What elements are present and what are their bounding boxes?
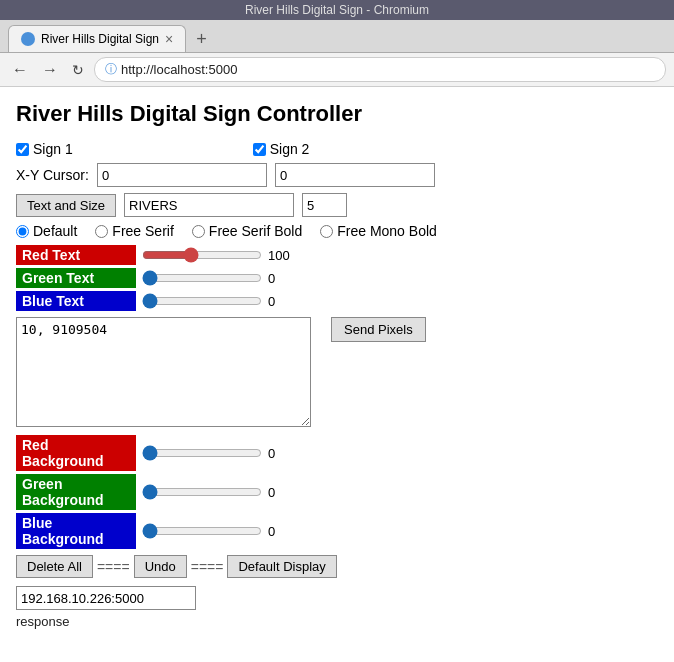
blue-text-value: 0: [268, 294, 293, 309]
default-display-button[interactable]: Default Display: [227, 555, 336, 578]
back-button[interactable]: ←: [8, 59, 32, 81]
reload-button[interactable]: ↻: [68, 60, 88, 80]
title-bar-text: River Hills Digital Sign - Chromium: [245, 3, 429, 17]
xy-cursor-row: X-Y Cursor:: [16, 163, 658, 187]
font-freeserifbold-radio[interactable]: [192, 225, 205, 238]
text-input[interactable]: [124, 193, 294, 217]
sign2-checkbox-label[interactable]: Sign 2: [253, 141, 310, 157]
xy-cursor-label: X-Y Cursor:: [16, 167, 89, 183]
url-bar[interactable]: ⓘ http://localhost:5000: [94, 57, 666, 82]
tab-title: River Hills Digital Sign: [41, 32, 159, 46]
undo-button[interactable]: Undo: [134, 555, 187, 578]
sign1-label: Sign 1: [33, 141, 73, 157]
blue-bg-label: Blue Background: [16, 513, 136, 549]
font-freeserifbold-text: Free Serif Bold: [209, 223, 302, 239]
green-bg-row: Green Background 0: [16, 474, 658, 510]
text-and-size-button[interactable]: Text and Size: [16, 194, 116, 217]
page-title: River Hills Digital Sign Controller: [16, 101, 658, 127]
color-bg-sliders: Red Background 0 Green Background 0 Blue…: [16, 435, 658, 549]
delete-all-button[interactable]: Delete All: [16, 555, 93, 578]
red-bg-row: Red Background 0: [16, 435, 658, 471]
blue-text-row: Blue Text 0: [16, 291, 658, 311]
red-bg-value: 0: [268, 446, 293, 461]
font-default-text: Default: [33, 223, 77, 239]
url-security-icon: ⓘ: [105, 61, 117, 78]
font-freemonobold-label[interactable]: Free Mono Bold: [320, 223, 437, 239]
forward-button[interactable]: →: [38, 59, 62, 81]
color-text-sliders: Red Text 100 Green Text 0 Blue Text 0: [16, 245, 658, 311]
blue-bg-value: 0: [268, 524, 293, 539]
title-bar: River Hills Digital Sign - Chromium: [0, 0, 674, 20]
tab-close-button[interactable]: ×: [165, 31, 173, 47]
action-row: Delete All ==== Undo ==== Default Displa…: [16, 555, 658, 578]
blue-text-label: Blue Text: [16, 291, 136, 311]
red-bg-slider[interactable]: [142, 444, 262, 462]
response-text: response: [16, 614, 658, 629]
font-freemonobold-text: Free Mono Bold: [337, 223, 437, 239]
ip-row: [16, 586, 658, 610]
separator-2: ====: [191, 559, 224, 575]
green-text-row: Green Text 0: [16, 268, 658, 288]
sign2-label: Sign 2: [270, 141, 310, 157]
blue-text-slider[interactable]: [142, 292, 262, 310]
separator-1: ====: [97, 559, 130, 575]
green-bg-value: 0: [268, 485, 293, 500]
font-freemonobold-radio[interactable]: [320, 225, 333, 238]
green-bg-slider[interactable]: [142, 483, 262, 501]
font-default-radio[interactable]: [16, 225, 29, 238]
new-tab-button[interactable]: +: [186, 26, 217, 52]
sign1-checkbox-label[interactable]: Sign 1: [16, 141, 73, 157]
red-text-slider[interactable]: [142, 246, 262, 264]
font-freeserif-radio[interactable]: [95, 225, 108, 238]
red-text-label: Red Text: [16, 245, 136, 265]
font-freeserif-label[interactable]: Free Serif: [95, 223, 173, 239]
tab-favicon-icon: [21, 32, 35, 46]
ip-address-input[interactable]: [16, 586, 196, 610]
xy-cursor-input2[interactable]: [275, 163, 435, 187]
page-content: River Hills Digital Sign Controller Sign…: [0, 87, 674, 662]
text-and-size-row: Text and Size: [16, 193, 658, 217]
textarea-row: 10, 9109504 Send Pixels: [16, 317, 658, 427]
green-text-slider[interactable]: [142, 269, 262, 287]
green-text-label: Green Text: [16, 268, 136, 288]
address-bar: ← → ↻ ⓘ http://localhost:5000: [0, 53, 674, 87]
font-default-label[interactable]: Default: [16, 223, 77, 239]
font-freeserif-text: Free Serif: [112, 223, 173, 239]
font-freeserifbold-label[interactable]: Free Serif Bold: [192, 223, 302, 239]
send-pixels-button[interactable]: Send Pixels: [331, 317, 426, 342]
blue-bg-slider[interactable]: [142, 522, 262, 540]
red-bg-label: Red Background: [16, 435, 136, 471]
red-text-row: Red Text 100: [16, 245, 658, 265]
font-row: Default Free Serif Free Serif Bold Free …: [16, 223, 658, 239]
green-text-value: 0: [268, 271, 293, 286]
xy-cursor-input1[interactable]: [97, 163, 267, 187]
url-text: http://localhost:5000: [121, 62, 237, 77]
size-input[interactable]: [302, 193, 347, 217]
green-bg-label: Green Background: [16, 474, 136, 510]
signs-row: Sign 1 Sign 2: [16, 141, 658, 157]
sign2-checkbox[interactable]: [253, 143, 266, 156]
pixel-textarea[interactable]: 10, 9109504: [16, 317, 311, 427]
sign1-checkbox[interactable]: [16, 143, 29, 156]
blue-bg-row: Blue Background 0: [16, 513, 658, 549]
browser-tab[interactable]: River Hills Digital Sign ×: [8, 25, 186, 52]
tab-bar: River Hills Digital Sign × +: [0, 20, 674, 53]
red-text-value: 100: [268, 248, 293, 263]
